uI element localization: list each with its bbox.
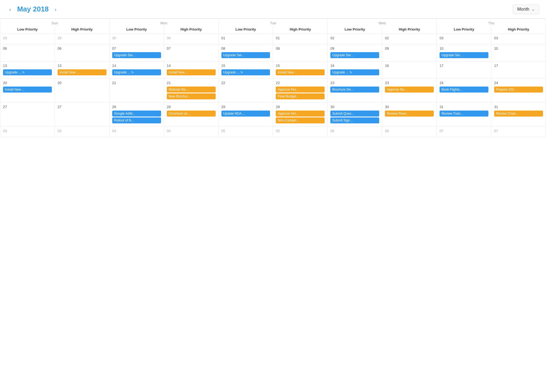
recurring-icon: ↻ [22,71,25,74]
event-2-5-0[interactable]: Install New ... [276,69,325,75]
event-3-7-0[interactable]: Approve Ne... [385,87,434,93]
cell-4-8[interactable]: 31Review Train... [437,103,491,127]
cell-5-5[interactable]: 05 [273,127,328,137]
cell-1-9[interactable]: 10 [491,44,546,61]
cell-5-8[interactable]: 07 [437,127,491,137]
cell-1-7[interactable]: 09 [382,44,437,61]
cell-1-3[interactable]: 07 [164,44,218,61]
event-2-1-0[interactable]: Install New ... [58,69,106,75]
event-label: Google AdW... [114,112,135,115]
cell-2-7[interactable]: 16 [382,61,437,79]
date-number: 07 [440,129,488,133]
cell-5-7[interactable]: 06 [382,127,437,137]
view-dropdown[interactable]: Month ⌄ [513,4,539,14]
cell-3-8[interactable]: 24Book Flights... [437,79,491,103]
cell-3-2[interactable]: 21 [109,79,164,103]
cell-5-3[interactable]: 04 [164,127,218,137]
cell-1-0[interactable]: 06 [0,44,55,61]
cell-4-6[interactable]: 30Submit Ques...Submit Sign... [328,103,382,127]
cell-0-5[interactable]: 01 [273,34,328,44]
cell-0-6[interactable]: 02 [328,34,382,44]
date-number: 14 [167,64,216,68]
cell-1-4[interactable]: 08Upgrade Ser... [218,44,273,61]
event-1-4-0[interactable]: Upgrade Ser... [221,52,270,58]
prev-month-button[interactable]: ‹ [7,5,14,13]
cell-2-8[interactable]: 17 [437,61,491,79]
cell-1-8[interactable]: 10Upgrade Ser... [437,44,491,61]
cell-0-3[interactable]: 30 [164,34,218,44]
cell-1-6[interactable]: 09Upgrade Ser... [328,44,382,61]
cell-4-5[interactable]: 29Approve Hiri...Non-Compet... [273,103,328,127]
cell-0-9[interactable]: 03 [491,34,546,44]
cell-0-4[interactable]: 01 [218,34,273,44]
cell-2-3[interactable]: 14Install New ... [164,61,218,79]
event-4-6-1[interactable]: Submit Sign... [330,117,379,123]
event-2-0-0[interactable]: Upgrade ...↻ [3,69,52,75]
cell-5-9[interactable]: 07 [491,127,546,137]
cell-3-7[interactable]: 23Approve Ne... [382,79,437,103]
cell-5-4[interactable]: 05 [218,127,273,137]
cell-1-5[interactable]: 08 [273,44,328,61]
cell-3-4[interactable]: 22 [218,79,273,103]
cell-3-5[interactable]: 22Approve Per...Final Budget... [273,79,328,103]
event-2-2-0[interactable]: Upgrade ...↻ [112,69,161,75]
event-1-8-0[interactable]: Upgrade Ser... [440,52,488,58]
cell-4-2[interactable]: 28Google AdW...Rollout of N... [109,103,164,127]
cell-5-2[interactable]: 04 [109,127,164,137]
cell-2-0[interactable]: 13Upgrade ...↻ [0,61,55,79]
cell-2-1[interactable]: 13Install New ... [55,61,109,79]
cell-4-1[interactable]: 27 [55,103,109,127]
event-4-2-0[interactable]: Google AdW... [112,111,161,117]
cell-0-2[interactable]: 30 [109,34,164,44]
event-4-6-0[interactable]: Submit Ques... [330,111,379,117]
event-3-6-0[interactable]: Brochure De... [330,87,379,93]
cell-1-1[interactable]: 06 [55,44,109,61]
event-4-5-0[interactable]: Approve Hiri... [276,111,325,117]
cell-3-6[interactable]: 23Brochure De... [328,79,382,103]
event-2-4-0[interactable]: Upgrade ...↻ [221,69,270,75]
event-4-2-1[interactable]: Rollout of N... [112,117,161,123]
week-row-5: 03030404050506060707 [0,127,546,137]
event-3-9-0[interactable]: Prepare 201... [494,87,543,93]
cell-0-8[interactable]: 03 [437,34,491,44]
event-4-8-0[interactable]: Review Train... [440,111,488,117]
event-4-9-0[interactable]: Review Chan... [494,111,543,117]
cell-5-0[interactable]: 03 [0,127,55,137]
cell-2-6[interactable]: 16Upgrade ...↻ [328,61,382,79]
event-2-3-0[interactable]: Install New ... [167,69,216,75]
event-4-3-0[interactable]: Comment on... [167,111,216,117]
event-4-7-0[interactable]: Review Reve... [385,111,434,117]
event-4-5-1[interactable]: Non-Compet... [276,117,325,123]
cell-2-2[interactable]: 14Upgrade ...↻ [109,61,164,79]
cell-3-3[interactable]: 21Website Re-...New Brochur... [164,79,218,103]
cell-4-7[interactable]: 30Review Reve... [382,103,437,127]
cell-4-3[interactable]: 28Comment on... [164,103,218,127]
cell-1-2[interactable]: 07Upgrade Ser... [109,44,164,61]
event-1-6-0[interactable]: Upgrade Ser... [330,52,379,58]
event-3-5-1[interactable]: Final Budget... [276,93,325,99]
cell-0-7[interactable]: 02 [382,34,437,44]
cell-5-1[interactable]: 03 [55,127,109,137]
cell-3-0[interactable]: 20Install New ... [0,79,55,103]
cell-4-4[interactable]: 29Update NDA ... [218,103,273,127]
event-3-5-0[interactable]: Approve Per... [276,87,325,93]
event-3-3-0[interactable]: Website Re-... [167,87,216,93]
cell-4-9[interactable]: 31Review Chan... [491,103,546,127]
event-4-4-0[interactable]: Update NDA ... [221,111,270,117]
event-2-6-0[interactable]: Upgrade ...↻ [330,69,379,75]
date-number: 22 [221,81,270,85]
cell-3-1[interactable]: 20 [55,79,109,103]
cell-2-5[interactable]: 15Install New ... [273,61,328,79]
next-month-button[interactable]: › [52,5,59,13]
cell-4-0[interactable]: 27 [0,103,55,127]
event-3-8-0[interactable]: Book Flights... [440,87,488,93]
event-3-0-0[interactable]: Install New ... [3,87,52,93]
cell-0-1[interactable]: 29 [55,34,109,44]
cell-5-6[interactable]: 06 [328,127,382,137]
event-1-2-0[interactable]: Upgrade Ser... [112,52,161,58]
cell-2-9[interactable]: 17 [491,61,546,79]
cell-0-0[interactable]: 29 [0,34,55,44]
cell-3-9[interactable]: 24Prepare 201... [491,79,546,103]
event-3-3-1[interactable]: New Brochur... [167,93,216,99]
cell-2-4[interactable]: 15Upgrade ...↻ [218,61,273,79]
